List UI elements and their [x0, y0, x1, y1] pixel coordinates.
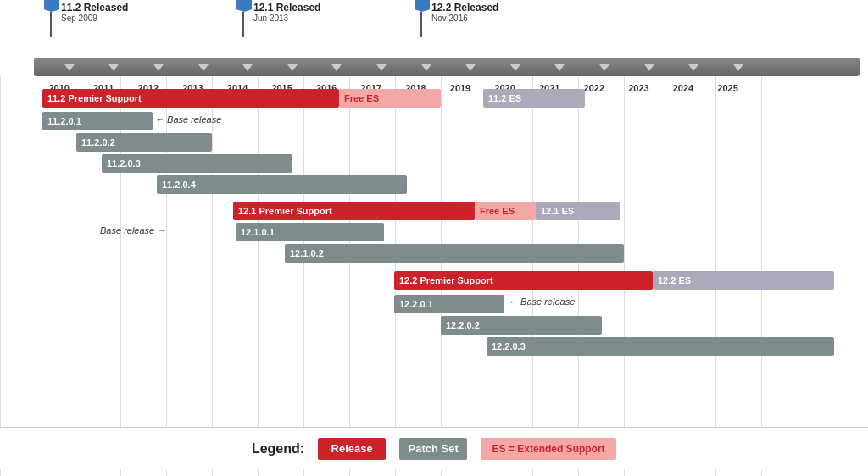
- bar-11203: 11.2.0.3: [102, 154, 292, 173]
- tick-tri-2015: [287, 64, 298, 71]
- tick-tri-2017: [376, 64, 387, 71]
- legend: Legend: Release Patch Set ES = Extended …: [0, 427, 868, 469]
- legend-item-es: ES = Extended Support: [481, 438, 616, 460]
- bar-122-es: 12.2 ES: [653, 271, 834, 290]
- flag-112-pole: [50, 12, 52, 37]
- chart-container: 11.2 Released Sep 2009 12.1 Released Jun…: [0, 0, 868, 476]
- year-tick-2018: 2018: [421, 63, 431, 71]
- bar-112-premier: 11.2 Premier Support: [42, 89, 339, 108]
- year-tick-2011: 2011: [108, 63, 119, 71]
- tick-tri-2012: [153, 64, 164, 71]
- year-tick-2016: 2016: [331, 63, 342, 71]
- legend-es-label: ES = Extended Support: [492, 443, 605, 455]
- base-release-label-2: Base release →: [100, 225, 166, 235]
- flag-122-icon: [415, 0, 430, 12]
- legend-item-patchset: Patch Set: [399, 438, 467, 460]
- gantt-area: 11.2 Premier Support Free ES 11.2 ES 11.…: [0, 85, 868, 417]
- bar-122-premier: 12.2 Premier Support: [394, 271, 653, 290]
- flag-121-pole: [242, 12, 244, 37]
- tick-tri-2018: [421, 64, 431, 71]
- flag-112-title: 11.2 Released: [61, 2, 128, 14]
- bar-11202: 11.2.0.2: [76, 133, 212, 152]
- flag-122-title: 12.2 Released: [431, 2, 498, 14]
- year-tick-2014: 2014: [242, 63, 253, 71]
- legend-box-patchset: Patch Set: [399, 438, 467, 460]
- bar-121-es: 12.1 ES: [536, 202, 620, 220]
- flag-112-icon: [44, 0, 59, 12]
- bar-11201: 11.2.0.1: [42, 112, 153, 130]
- legend-patchset-label: Patch Set: [408, 442, 458, 455]
- tick-tri-2025: [733, 64, 743, 71]
- legend-release-label: Release: [331, 442, 373, 455]
- timeline-header: 11.2 Released Sep 2009 12.1 Released Jun…: [0, 0, 868, 76]
- base-release-label-3: ← Base release: [509, 296, 575, 307]
- bar-12102: 12.1.0.2: [285, 244, 624, 263]
- timeline-bar: 2010 2011 2012 2013 2014 2015: [34, 58, 860, 76]
- bar-12201: 12.2.0.1: [394, 295, 504, 313]
- year-tick-2024: 2024: [688, 63, 698, 71]
- legend-item-release: Release: [318, 438, 386, 460]
- flag-122-subtitle: Nov 2016: [431, 14, 468, 23]
- legend-title: Legend:: [252, 441, 304, 457]
- tick-tri-2010: [64, 64, 75, 71]
- legend-box-release: Release: [318, 438, 386, 460]
- bar-121-premier: 12.1 Premier Support: [233, 202, 475, 220]
- year-tick-2015: 2015: [287, 63, 298, 71]
- tick-tri-2022: [599, 64, 609, 71]
- flag-121-title: 12.1 Released: [253, 2, 320, 14]
- base-release-label-1: ← Base release: [155, 114, 221, 125]
- tick-tri-2020: [510, 64, 520, 71]
- tick-tri-2021: [554, 64, 565, 71]
- legend-box-es: ES = Extended Support: [481, 438, 616, 460]
- flag-121-icon: [236, 0, 252, 12]
- tick-tri-2013: [198, 64, 209, 71]
- year-tick-2013: 2013: [198, 63, 209, 71]
- year-tick-2010: 2010: [64, 63, 75, 71]
- year-tick-2022: 2022: [599, 63, 609, 71]
- flag-121: 12.1 Released Jun 2013: [235, 0, 252, 37]
- bar-12101: 12.1.0.1: [236, 223, 384, 241]
- year-tick-2019: 2019: [465, 63, 476, 71]
- year-tick-2023: 2023: [644, 63, 654, 71]
- year-tick-2020: 2020: [510, 63, 520, 71]
- flag-122-pole: [420, 12, 422, 37]
- flag-112-subtitle: Sep 2009: [61, 14, 97, 23]
- bar-121-freees: Free ES: [475, 202, 536, 220]
- tick-tri-2011: [108, 64, 119, 71]
- flag-121-subtitle: Jun 2013: [253, 14, 288, 23]
- tick-tri-2023: [644, 64, 654, 71]
- year-tick-2021: 2021: [554, 63, 565, 71]
- tick-tri-2019: [465, 64, 476, 71]
- year-tick-2025: 2025: [733, 63, 743, 71]
- tick-tri-2024: [688, 64, 698, 71]
- year-tick-2012: 2012: [153, 63, 164, 71]
- bar-11204: 11.2.0.4: [157, 175, 407, 194]
- year-tick-2017: 2017: [376, 63, 387, 71]
- tick-tri-2014: [242, 64, 253, 71]
- bar-12203: 12.2.0.3: [487, 337, 834, 356]
- tick-tri-2016: [331, 64, 342, 71]
- bar-12202: 12.2.0.2: [441, 316, 602, 335]
- flag-112: 11.2 Released Sep 2009: [42, 0, 59, 37]
- flag-122: 12.2 Released Nov 2016: [413, 0, 430, 37]
- bar-112-es: 11.2 ES: [483, 89, 585, 108]
- bar-112-freees: Free ES: [339, 89, 441, 108]
